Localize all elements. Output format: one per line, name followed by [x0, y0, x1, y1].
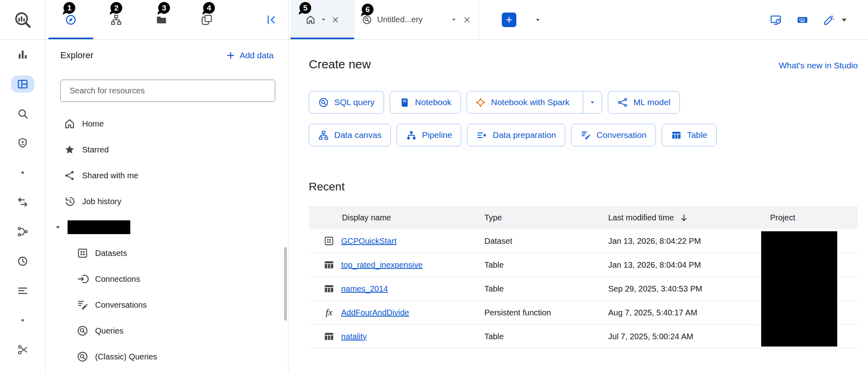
col-type: Type [484, 213, 608, 222]
connection-icon [76, 273, 89, 285]
tab-list-dropdown[interactable] [533, 15, 542, 24]
tree-item-connections[interactable]: Connections [46, 266, 288, 292]
notebook-with-spark-button[interactable]: Notebook with Spark [467, 91, 603, 114]
chevron-down-icon [588, 98, 596, 106]
type-cell: Table [484, 332, 608, 341]
collapse-panel-icon [265, 14, 278, 26]
keyboard-icon [796, 14, 809, 26]
tree-item-starred[interactable]: Starred [46, 137, 288, 163]
tree-item-label: Home [82, 119, 104, 129]
button-label: SQL query [334, 97, 375, 107]
folder-icon [155, 14, 168, 26]
rail-transfers-button[interactable] [0, 187, 45, 217]
home-icon [305, 14, 316, 25]
close-icon [463, 15, 471, 24]
chevron-down-icon[interactable] [450, 16, 458, 23]
sql-query-button[interactable]: SQL query [309, 91, 384, 114]
session-monitor-button[interactable] [770, 14, 782, 26]
rail-search-button[interactable] [0, 99, 45, 128]
add-data-button[interactable]: Add data [226, 51, 274, 60]
close-tab-button[interactable] [463, 15, 471, 24]
tree-item-conversations[interactable]: Conversations [46, 292, 288, 318]
tab-label: Untitled...ery [377, 15, 445, 24]
ml-model-button[interactable]: ML model [608, 91, 679, 114]
button-label: Data canvas [334, 130, 382, 140]
keyboard-shortcuts-button[interactable] [796, 14, 809, 26]
tree-item-classic-queries[interactable]: (Classic) Queries [46, 344, 288, 370]
resource-link[interactable]: AddFourAndDivide [341, 308, 409, 317]
whats-new-link[interactable]: What's new in Studio [779, 61, 858, 70]
modified-cell: Jan 13, 2026, 8:04:22 PM [608, 237, 770, 246]
table-icon [323, 259, 335, 271]
explorer-panel: Explorer Add data Home Starred Shared wi… [46, 0, 289, 372]
star-icon [64, 144, 76, 156]
spark-button-main[interactable]: Notebook with Spark [467, 91, 578, 113]
tree-item-shared-with-me[interactable]: Shared with me [46, 163, 288, 188]
notebook-icon [399, 97, 410, 108]
modified-cell: Sep 29, 2025, 3:40:53 PM [608, 284, 770, 294]
home-icon [64, 118, 76, 130]
expander-caret-down-icon[interactable] [53, 222, 63, 232]
rail-pipelines-button[interactable] [0, 217, 45, 246]
data-preparation-icon [476, 130, 487, 141]
tree-item-home[interactable]: Home [46, 111, 288, 137]
resource-link[interactable]: GCPQuickStart [341, 237, 397, 246]
tree-item-datasets[interactable]: Datasets [46, 240, 288, 266]
data-canvas-button[interactable]: Data canvas [309, 124, 391, 146]
explorer-tree: Home Starred Shared with me Job history … [46, 111, 288, 370]
resource-link[interactable]: top_rated_inexpensive [341, 260, 422, 270]
active-pill [11, 76, 34, 93]
function-icon: fx [323, 307, 335, 318]
annotation-badge-3: 3 [158, 2, 170, 14]
notebook-button[interactable]: Notebook [390, 91, 461, 114]
display-name-cell: natality [309, 331, 484, 342]
collapse-panel-button[interactable] [263, 13, 280, 26]
modified-cell: Jul 7, 2025, 5:00:24 AM [608, 332, 770, 341]
create-buttons-row-2: Data canvas Pipeline Data preparation Co… [309, 124, 858, 146]
type-cell: Persistent function [484, 308, 608, 317]
table-button[interactable]: Table [662, 124, 717, 146]
gemini-assist-button[interactable] [823, 14, 850, 26]
pipeline-button[interactable]: Pipeline [397, 124, 462, 146]
left-nav-rail [0, 0, 46, 372]
type-cell: Dataset [484, 237, 608, 246]
spark-dropdown-button[interactable] [583, 91, 602, 113]
rail-workspace-button[interactable] [0, 69, 45, 99]
tree-item-label: Starred [82, 145, 109, 154]
tree-item-job-history[interactable]: Job history [46, 188, 288, 214]
rail-partner-button[interactable] [0, 335, 45, 364]
resource-link[interactable]: natality [341, 332, 367, 341]
tree-item-label: Connections [95, 275, 140, 284]
close-icon [331, 15, 340, 24]
create-buttons: SQL query Notebook Notebook with Spark [309, 91, 858, 146]
resource-link[interactable]: names_2014 [341, 284, 388, 294]
tab-untitled-query[interactable]: Untitled...ery [354, 0, 479, 39]
rail-scheduling-button[interactable] [0, 246, 45, 276]
tree-item-queries[interactable]: Queries [46, 318, 288, 344]
conversation-button[interactable]: Conversation [571, 124, 656, 146]
bigquery-logo[interactable] [0, 0, 45, 40]
conversation-icon [76, 299, 89, 311]
data-preparation-button[interactable]: Data preparation [467, 124, 565, 146]
col-last-modified[interactable]: Last modified time [608, 213, 770, 223]
new-tab-button[interactable] [502, 13, 516, 27]
col-project: Project [770, 213, 858, 222]
col-label: Last modified time [608, 213, 674, 222]
bar-chart-icon [17, 49, 29, 61]
rail-analysis-button[interactable] [0, 40, 45, 69]
tree-item-label: Queries [95, 326, 123, 336]
close-tab-button[interactable] [331, 15, 340, 24]
table-icon [323, 283, 335, 294]
tree-item-project[interactable] [46, 214, 288, 240]
explorer-scrollbar[interactable] [284, 247, 287, 321]
rail-governance-button[interactable] [0, 128, 45, 158]
pipeline-icon [406, 130, 417, 141]
search-icon [17, 108, 29, 120]
chevron-down-icon[interactable] [320, 16, 327, 23]
workspace-panel-icon [17, 78, 29, 90]
display-name-cell: names_2014 [309, 283, 484, 294]
rail-capacity-button[interactable] [0, 276, 45, 305]
query-icon [76, 325, 89, 337]
chevron-down-icon [838, 14, 850, 26]
search-input[interactable] [69, 86, 267, 96]
